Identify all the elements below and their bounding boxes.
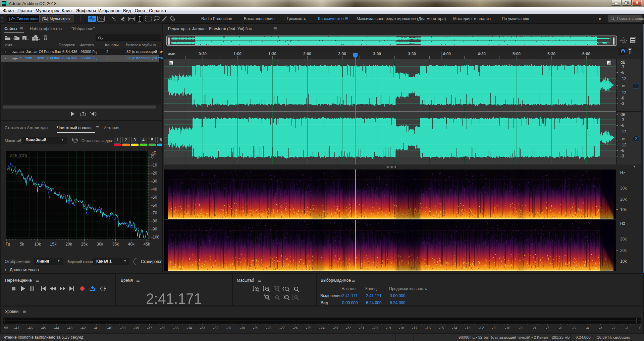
- svg-text:-42: -42: [80, 326, 86, 330]
- svg-text:-23: -23: [332, 326, 338, 330]
- svg-text:2:00: 2:00: [303, 52, 311, 56]
- svg-text:-19: -19: [386, 326, 391, 330]
- svg-text:-38: -38: [133, 326, 139, 330]
- svg-text:-10: -10: [505, 326, 511, 330]
- svg-text:-22: -22: [346, 326, 351, 330]
- svg-text:-47: -47: [14, 326, 19, 330]
- svg-text:-70: -70: [151, 211, 157, 215]
- svg-text:-10: -10: [151, 163, 157, 167]
- svg-text:2:30: 2:30: [338, 52, 346, 56]
- svg-text:-25: -25: [306, 326, 311, 330]
- svg-text:Гц: Гц: [6, 242, 10, 247]
- svg-text:6:00: 6:00: [582, 52, 590, 56]
- svg-text:-31: -31: [226, 326, 232, 330]
- svg-text:-12: -12: [478, 326, 484, 330]
- svg-text:-7: -7: [546, 326, 549, 330]
- svg-text:-5: -5: [572, 326, 576, 330]
- svg-text:-15: -15: [439, 326, 444, 330]
- svg-text:-20: -20: [372, 326, 378, 330]
- svg-text:-30: -30: [151, 179, 157, 184]
- svg-text:15k: 15k: [50, 242, 57, 247]
- svg-text:-30: -30: [239, 326, 245, 330]
- svg-text:-24: -24: [319, 326, 325, 330]
- svg-text:-16: -16: [425, 326, 431, 330]
- svg-text:1:30: 1:30: [268, 52, 276, 56]
- svg-text:4:00: 4:00: [443, 52, 451, 56]
- svg-text:-40: -40: [107, 326, 112, 330]
- svg-text:-100: -100: [151, 235, 159, 240]
- svg-text:-26: -26: [293, 326, 298, 330]
- svg-text:0: 0: [151, 155, 154, 159]
- svg-text:-20: -20: [151, 171, 157, 176]
- svg-text:-37: -37: [147, 326, 152, 330]
- svg-text:-36: -36: [160, 326, 165, 330]
- svg-text:-9: -9: [519, 326, 523, 330]
- svg-text:-28: -28: [266, 326, 272, 330]
- svg-text:-13: -13: [465, 326, 471, 330]
- svg-text:40k: 40k: [128, 242, 135, 247]
- svg-text:20k: 20k: [65, 242, 72, 247]
- svg-text:дБ: дБ: [151, 151, 156, 155]
- svg-text:-3: -3: [599, 326, 602, 330]
- svg-text:-60: -60: [151, 203, 157, 208]
- svg-text:-44: -44: [54, 326, 59, 330]
- svg-text:-39: -39: [120, 326, 125, 330]
- svg-text:-2: -2: [612, 326, 615, 330]
- svg-text:-50: -50: [151, 195, 157, 200]
- svg-text:-33: -33: [200, 326, 205, 330]
- svg-text:-34: -34: [186, 326, 192, 330]
- svg-text:-43: -43: [67, 326, 72, 330]
- svg-text:-17: -17: [412, 326, 418, 330]
- svg-text:45k: 45k: [144, 242, 150, 247]
- svg-text:-4: -4: [586, 326, 589, 330]
- svg-text:0: 0: [639, 326, 641, 330]
- svg-text:3:30: 3:30: [408, 52, 416, 56]
- svg-text:-29: -29: [253, 326, 258, 330]
- svg-text:-27: -27: [279, 326, 285, 330]
- svg-text:5:30: 5:30: [547, 52, 555, 56]
- svg-text:-40: -40: [151, 187, 157, 192]
- svg-text:dB: dB: [4, 326, 8, 330]
- svg-text:-41: -41: [94, 326, 99, 330]
- svg-text:3:00: 3:00: [373, 52, 381, 56]
- svg-text:-11: -11: [492, 326, 497, 330]
- svg-text:4:30: 4:30: [478, 52, 486, 56]
- svg-text:-90: -90: [151, 227, 157, 231]
- svg-text:-18: -18: [399, 326, 404, 330]
- svg-text:-6: -6: [559, 326, 562, 330]
- svg-text:-45: -45: [41, 326, 46, 330]
- svg-text:-14: -14: [452, 326, 457, 330]
- svg-text:-8: -8: [533, 326, 536, 330]
- svg-text:30k: 30k: [97, 242, 103, 247]
- svg-text:-35: -35: [173, 326, 179, 330]
- svg-text:ИТК (СП): ИТК (СП): [10, 153, 27, 158]
- svg-text:-1: -1: [626, 326, 629, 330]
- svg-text:5k: 5k: [20, 242, 24, 247]
- svg-text:-80: -80: [151, 219, 157, 223]
- svg-text:-46: -46: [28, 326, 33, 330]
- svg-text:35k: 35k: [112, 242, 119, 247]
- svg-text:0:30: 0:30: [199, 52, 207, 56]
- svg-text:5:00: 5:00: [513, 52, 521, 56]
- svg-text:-32: -32: [213, 326, 218, 330]
- svg-text:10k: 10k: [34, 242, 41, 247]
- svg-text:чмс: чмс: [168, 52, 175, 56]
- svg-text:1:00: 1:00: [233, 52, 241, 56]
- svg-text:25k: 25k: [81, 242, 88, 247]
- svg-text:-21: -21: [359, 326, 364, 330]
